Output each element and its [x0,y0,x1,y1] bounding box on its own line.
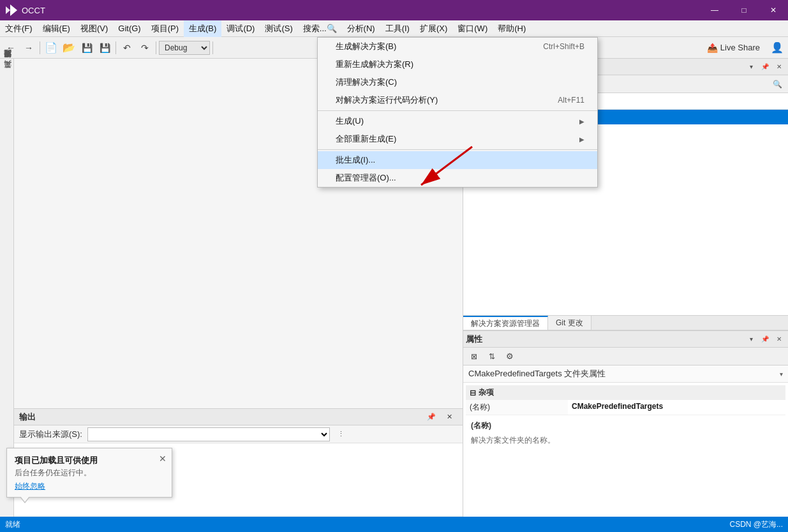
title-bar-controls: — □ ✕ [700,0,788,20]
output-header-actions: 📌 ✕ [423,409,457,425]
output-close-button[interactable]: ✕ [441,409,457,425]
menu-view[interactable]: 视图(V) [75,20,113,37]
menu-search[interactable]: 搜索...🔍 [298,20,342,37]
output-pin-button[interactable]: 📌 [423,409,440,425]
props-grid-btn[interactable]: ⊠ [466,348,482,365]
folder-title-row: CMakePredefinedTargets 文件夹属性 ▾ [463,366,788,383]
notification-tail-inner [20,496,29,502]
panel-dropdown-btn[interactable]: ▾ [745,61,757,73]
new-file-button[interactable]: 📄 [43,40,59,56]
menu-tools[interactable]: 工具(I) [380,20,415,37]
properties-title: 属性 [466,334,482,345]
dropdown-item-config-manager[interactable]: 配置管理器(O)... [318,169,597,187]
properties-content: ⊟ 杂项 (名称) CMakePredefinedTargets (名称) 解决… [463,383,788,517]
dropdown-item-rebuild-all[interactable]: 全部重新生成(E) ▶ [318,130,597,148]
panel-pin-btn[interactable]: 📌 [759,61,771,73]
menu-bar: 文件(F) 编辑(E) 视图(V) Git(G) 项目(P) 生成(B) 调试(… [0,20,788,37]
dropdown-sep-1 [318,110,597,111]
output-expand-icon[interactable]: ⋮ [338,430,345,438]
right-panel-tabs: 解决方案资源管理器 Git 更改 [463,315,788,330]
forward-button[interactable]: → [20,40,37,56]
redo-button[interactable]: ↷ [137,40,153,56]
toolbar-right: 📤 Live Share 👤 [701,40,785,56]
notification-body: 后台任务仍在运行中。 [15,468,164,478]
sidebar-tab-solution[interactable]: 解决方案资源管理器 [0,59,13,69]
maximize-button[interactable]: □ [729,0,759,20]
undo-button[interactable]: ↶ [119,40,135,56]
properties-toolbar: ⊠ ⇅ ⚙ [463,348,788,366]
dropdown-item-build-solution[interactable]: 生成解决方案(B) Ctrl+Shift+B [318,38,597,55]
property-row-name: (名称) CMakePredefinedTargets [466,400,785,415]
toolbar-sep-3 [156,41,156,54]
status-ready: 就绪 [5,519,20,530]
live-share-label: Live Share [720,43,760,52]
dropdown-item-clean-solution[interactable]: 清理解决方案(C) [318,73,597,91]
properties-header-actions: ▾ 📌 ✕ [745,333,785,346]
output-source-row: 显示输出来源(S): ⋮ [14,425,463,443]
notification-title: 项目已加载且可供使用 [15,455,164,466]
menu-git[interactable]: Git(G) [113,20,145,37]
live-share-icon: 📤 [707,43,718,53]
notification-close-btn[interactable]: ✕ [159,454,167,464]
property-description: 解决方案文件夹的名称。 [466,434,785,447]
menu-extensions[interactable]: 扩展(X) [415,20,452,37]
output-source-label: 显示输出来源(S): [19,429,82,440]
properties-panel: 属性 ▾ 📌 ✕ ⊠ ⇅ ⚙ CMakePredefinedTargets 文件… [463,330,788,517]
status-bar: 就绪 CSDN @艺海... [0,517,788,532]
dropdown-item-batch-build[interactable]: 批生成(I)... [318,151,597,169]
tab-git-changes[interactable]: Git 更改 [548,316,591,330]
notification-link[interactable]: 始终忽略 [15,482,45,491]
menu-help[interactable]: 帮助(H) [493,20,531,37]
title-bar-left: OCCT [5,4,45,17]
notification-link-row: 始终忽略 [15,481,164,492]
output-title: 输出 [19,411,36,423]
menu-edit[interactable]: 编辑(E) [38,20,75,37]
menu-file[interactable]: 文件(F) [0,20,38,37]
back-button[interactable]: ← [3,40,19,56]
toolbar-sep-1 [40,41,40,54]
tab-solution-explorer[interactable]: 解决方案资源管理器 [463,316,548,330]
account-button[interactable]: 👤 [769,40,785,56]
build-dropdown-menu: 生成解决方案(B) Ctrl+Shift+B 重新生成解决方案(R) 清理解决方… [317,37,598,188]
minimize-button[interactable]: — [700,0,729,20]
title-bar-title: OCCT [22,6,45,15]
panel-header-actions: ▾ 📌 ✕ [745,61,785,73]
search-icon[interactable]: 🔍 [769,76,785,92]
menu-analyze[interactable]: 分析(N) [342,20,380,37]
properties-close-btn[interactable]: ✕ [773,333,785,346]
open-button[interactable]: 📂 [61,40,77,56]
category-misc: ⊟ 杂项 [466,385,785,400]
live-share-button[interactable]: 📤 Live Share [701,41,766,54]
toolbar-sep-4 [212,41,213,54]
output-source-select[interactable] [87,427,330,441]
properties-dropdown-btn[interactable]: ▾ [745,333,757,346]
right-panel-search: 🔍 [769,76,785,92]
menu-build[interactable]: 生成(B) [184,20,221,37]
props-settings-btn[interactable]: ⚙ [502,348,518,365]
notification-box: ✕ 项目已加载且可供使用 后台任务仍在运行中。 始终忽略 [6,448,172,498]
status-left: 就绪 [5,519,20,530]
menu-debug[interactable]: 调试(D) [221,20,260,37]
dropdown-item-rebuild-solution[interactable]: 重新生成解决方案(R) [318,55,597,73]
menu-test[interactable]: 测试(S) [260,20,297,37]
save-all-button[interactable]: 💾 [96,40,113,56]
sidebar-tab-toolbox[interactable]: 工具箱 [0,69,13,79]
save-button[interactable]: 💾 [78,40,95,56]
dropdown-item-build[interactable]: 生成(U) ▶ [318,112,597,130]
menu-window[interactable]: 窗口(W) [452,20,493,37]
properties-header: 属性 ▾ 📌 ✕ [463,331,788,348]
menu-project[interactable]: 项目(P) [146,20,184,37]
status-user: CSDN @艺海... [729,519,783,530]
dropdown-sep-2 [318,149,597,150]
output-header: 输出 📌 ✕ [14,409,463,425]
status-right: CSDN @艺海... [729,519,783,530]
vs-logo-icon [5,4,18,17]
properties-pin-btn[interactable]: 📌 [759,333,771,346]
close-button[interactable]: ✕ [759,0,788,20]
panel-close-btn[interactable]: ✕ [773,61,785,73]
property-label-name: (名称) [466,418,785,434]
props-sort-btn[interactable]: ⇅ [484,348,500,365]
toolbar-sep-2 [115,41,116,54]
dropdown-item-code-analysis[interactable]: 对解决方案运行代码分析(Y) Alt+F11 [318,91,597,109]
debug-config-select[interactable]: Debug [159,41,210,55]
